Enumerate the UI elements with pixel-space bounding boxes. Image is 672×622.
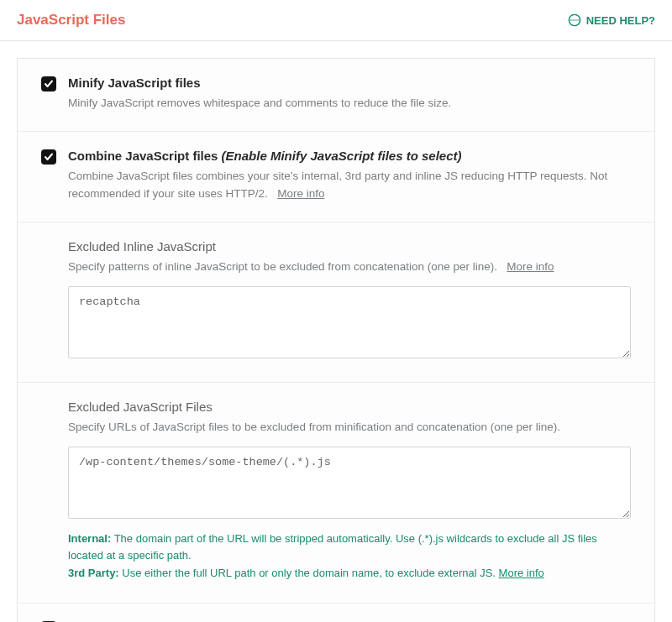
excluded-inline-more-info-link[interactable]: More info — [507, 260, 554, 273]
combine-js-checkbox[interactable] — [41, 149, 56, 165]
excluded-files-title: Excluded JavaScript Files — [68, 400, 631, 414]
settings-panel: Minify JavaScript files Minify JavaScrip… — [17, 58, 655, 622]
note-third-party-label: 3rd Party: — [68, 567, 119, 579]
combine-js-title-text: Combine JavaScript files — [68, 149, 218, 163]
excluded-files-desc: Specify URLs of JavaScript files to be e… — [68, 419, 631, 436]
excluded-files-section: Excluded JavaScript Files Specify URLs o… — [18, 383, 654, 604]
excluded-files-textarea[interactable] — [68, 447, 631, 519]
excluded-inline-section: Excluded Inline JavaScript Specify patte… — [18, 222, 654, 383]
help-icon — [568, 13, 581, 27]
combine-js-desc: Combine JavaScript files combines your s… — [68, 168, 631, 203]
need-help-button[interactable]: NEED HELP? — [568, 13, 655, 27]
setting-minify-js: Minify JavaScript files Minify JavaScrip… — [18, 59, 654, 132]
excluded-inline-textarea[interactable] — [68, 286, 631, 358]
combine-js-more-info-link[interactable]: More info — [277, 187, 324, 200]
excluded-inline-desc: Specify patterns of inline JavaScript to… — [68, 259, 631, 276]
minify-js-checkbox[interactable] — [41, 76, 56, 91]
minify-js-title: Minify JavaScript files — [68, 76, 631, 90]
need-help-label: NEED HELP? — [586, 14, 655, 27]
excluded-files-note: Internal: The domain part of the URL wil… — [68, 531, 631, 583]
minify-js-desc: Minify JavaScript removes whitespace and… — [68, 95, 631, 112]
excluded-files-more-info-link[interactable]: More info — [499, 567, 544, 579]
combine-js-hint: (Enable Minify JavaScript files to selec… — [222, 149, 462, 163]
note-internal-label: Internal: — [68, 532, 111, 545]
setting-combine-js: Combine JavaScript files (Enable Minify … — [18, 132, 654, 222]
excluded-inline-title: Excluded Inline JavaScript — [68, 239, 631, 254]
page-header: JavaScript Files NEED HELP? — [0, 0, 672, 41]
page-title: JavaScript Files — [17, 12, 125, 29]
combine-js-title: Combine JavaScript files (Enable Minify … — [68, 149, 631, 163]
setting-defer-js: Load JavaScript deferred Load JavaScript… — [18, 604, 654, 622]
